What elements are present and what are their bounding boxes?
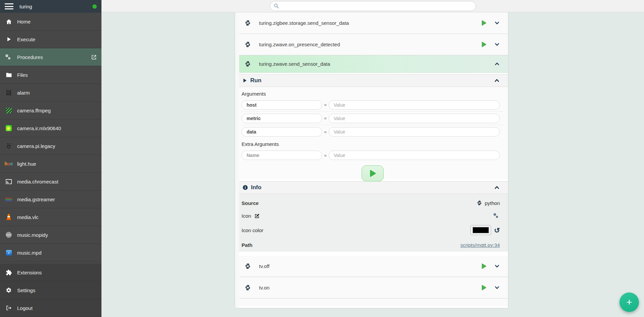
argument-name-input[interactable] bbox=[242, 114, 322, 123]
sidebar-item-media-gstreamer[interactable]: media.gstreamer bbox=[0, 191, 101, 208]
argument-name-input[interactable] bbox=[242, 127, 322, 137]
procedure-name: tv.on bbox=[259, 285, 269, 290]
sidebar-item-media-chromecast[interactable]: media.chromecast bbox=[0, 173, 101, 191]
scrollbar-track[interactable] bbox=[235, 12, 239, 308]
procedure-row[interactable]: turing.zwave.on_presence_detected bbox=[239, 34, 508, 55]
python-icon bbox=[245, 284, 251, 291]
argument-row: = bbox=[242, 125, 503, 139]
play-icon bbox=[481, 20, 487, 26]
gears-icon bbox=[493, 213, 500, 219]
edit-pencil-icon bbox=[254, 213, 260, 219]
sidebar-item-light-hue[interactable]: hue light.hue bbox=[0, 155, 101, 173]
procedure-row-selected[interactable]: turing.zwave.send_sensor_data bbox=[239, 55, 508, 73]
puzzle-icon bbox=[5, 268, 13, 276]
argument-value-input[interactable] bbox=[329, 114, 500, 123]
extra-arguments-label: Extra Arguments bbox=[242, 141, 503, 147]
sidebar-item-music-mopidy[interactable]: Mopidy music.mopidy bbox=[0, 226, 101, 244]
run-procedure-button[interactable] bbox=[481, 285, 487, 290]
play-icon bbox=[481, 263, 487, 269]
search-box bbox=[270, 1, 476, 11]
sidebar-item-label: Files bbox=[17, 72, 28, 78]
run-section-body: Arguments = = = Extra Arguments bbox=[239, 87, 508, 179]
search-input[interactable] bbox=[282, 3, 472, 9]
play-icon bbox=[369, 170, 376, 177]
sidebar-header: turing bbox=[0, 0, 101, 13]
collapse-info-button[interactable] bbox=[494, 184, 500, 191]
collapse-run-button[interactable] bbox=[494, 77, 500, 84]
chevron-down-icon bbox=[494, 285, 500, 290]
alarm-clock-icon bbox=[5, 89, 13, 97]
sidebar-item-music-mpd[interactable]: ♪ music.mpd bbox=[0, 244, 101, 262]
logout-icon bbox=[5, 304, 13, 312]
argument-value-input[interactable] bbox=[329, 127, 500, 137]
sidebar-nav: Home Execute Procedures bbox=[0, 13, 101, 264]
equals-sign: = bbox=[322, 153, 329, 158]
extra-argument-row: = bbox=[242, 149, 503, 162]
equals-sign: = bbox=[322, 102, 329, 107]
hamburger-menu-icon[interactable] bbox=[5, 3, 13, 9]
gstreamer-icon bbox=[5, 195, 13, 203]
sidebar-item-alarm[interactable]: alarm bbox=[0, 84, 101, 102]
sidebar-item-media-vlc[interactable]: media.vlc bbox=[0, 208, 101, 226]
app-title: turing bbox=[19, 4, 32, 9]
edit-icon-button[interactable] bbox=[254, 213, 260, 219]
add-procedure-button[interactable]: + bbox=[619, 293, 639, 312]
hue-icon: hue bbox=[5, 160, 13, 168]
icon-color-picker[interactable] bbox=[470, 225, 491, 235]
sidebar-item-camera-pi[interactable]: camera.pi.legacy bbox=[0, 137, 101, 155]
procedure-row[interactable]: tv.on bbox=[239, 277, 508, 299]
info-row-icon-color: Icon color ↺ bbox=[242, 222, 500, 238]
sidebar-item-label: media.chromecast bbox=[17, 179, 58, 184]
expand-procedure-button[interactable] bbox=[494, 42, 500, 47]
argument-row: = bbox=[242, 112, 503, 125]
run-procedure-button[interactable] bbox=[481, 20, 487, 26]
reset-color-button[interactable]: ↺ bbox=[494, 227, 500, 234]
expand-procedure-button[interactable] bbox=[494, 20, 500, 26]
sidebar-item-settings[interactable]: Settings bbox=[0, 281, 101, 299]
procedure-row-partial[interactable] bbox=[239, 299, 508, 306]
source-path-link[interactable]: scripts/mqtt.py:34 bbox=[460, 242, 500, 248]
thermal-camera-icon bbox=[5, 124, 13, 132]
procedure-row[interactable]: turing.zigbee.storage.send_sensor_data bbox=[239, 12, 508, 34]
sidebar-item-execute[interactable]: Execute bbox=[0, 31, 101, 48]
raspberry-pi-icon bbox=[5, 142, 13, 150]
icon-label: Icon bbox=[242, 213, 251, 219]
icon-color-swatch bbox=[473, 227, 489, 233]
extra-argument-name-input[interactable] bbox=[242, 151, 322, 160]
argument-name-input[interactable] bbox=[242, 100, 322, 110]
chevron-up-icon bbox=[494, 77, 500, 84]
source-value: python bbox=[485, 200, 500, 206]
mopidy-icon: Mopidy bbox=[5, 231, 13, 239]
info-row-icon: Icon bbox=[242, 209, 500, 222]
collapse-procedure-button[interactable] bbox=[494, 61, 500, 67]
sidebar-item-home[interactable]: Home bbox=[0, 13, 101, 31]
sidebar-item-camera-ir[interactable]: camera.ir.mlx90640 bbox=[0, 119, 101, 137]
expand-procedure-button[interactable] bbox=[494, 285, 500, 290]
run-procedure-button[interactable] bbox=[481, 42, 487, 47]
mpd-icon: ♪ bbox=[5, 249, 13, 257]
sidebar-item-label: camera.pi.legacy bbox=[17, 143, 55, 149]
info-section-header[interactable]: Info bbox=[239, 181, 508, 194]
sidebar-item-label: Settings bbox=[17, 287, 35, 293]
extra-argument-value-input[interactable] bbox=[329, 151, 500, 160]
sidebar-item-camera-ffmpeg[interactable]: camera.ffmpeg bbox=[0, 102, 101, 119]
sidebar-item-files[interactable]: Files bbox=[0, 66, 101, 84]
argument-value-input[interactable] bbox=[329, 100, 500, 110]
sidebar-footer: Extensions Settings Logout bbox=[0, 264, 101, 317]
execute-procedure-button[interactable] bbox=[361, 165, 384, 181]
sidebar-item-logout[interactable]: Logout bbox=[0, 299, 101, 317]
run-section-header[interactable]: Run bbox=[239, 74, 508, 87]
plus-icon: + bbox=[626, 297, 632, 308]
sidebar-item-label: camera.ffmpeg bbox=[17, 108, 51, 113]
run-procedure-button[interactable] bbox=[481, 263, 487, 269]
sidebar-item-procedures[interactable]: Procedures bbox=[0, 48, 101, 66]
info-row-source: Source python bbox=[242, 197, 500, 209]
python-icon bbox=[245, 263, 251, 269]
chevron-down-icon bbox=[494, 263, 500, 269]
external-link-icon[interactable] bbox=[91, 54, 97, 60]
procedure-row[interactable]: tv.off bbox=[239, 256, 508, 277]
sidebar-item-extensions[interactable]: Extensions bbox=[0, 264, 101, 281]
chromecast-icon bbox=[5, 177, 13, 186]
expand-procedure-button[interactable] bbox=[494, 263, 500, 269]
chevron-down-icon bbox=[494, 42, 500, 47]
